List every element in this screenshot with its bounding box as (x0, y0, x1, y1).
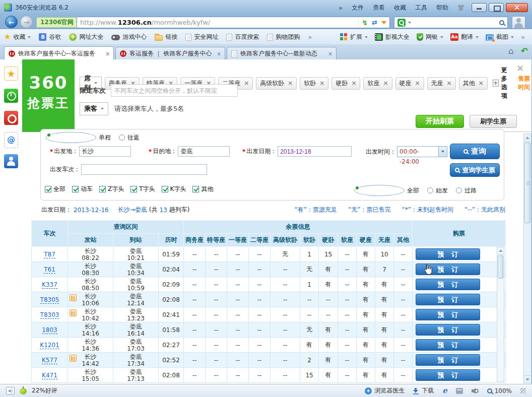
ie-mode-icon[interactable] (442, 387, 447, 394)
seat-filter-tag[interactable]: 软座× (363, 77, 392, 90)
date-input[interactable] (278, 146, 352, 157)
start-grab-button[interactable]: 开始刷票 (416, 115, 464, 128)
rating-label[interactable]: 22%好评 (32, 386, 57, 395)
search-icon[interactable] (499, 20, 504, 25)
rating-apple-icon[interactable] (20, 388, 27, 394)
media-sidebar-icon[interactable] (4, 111, 18, 125)
remove-tag-icon[interactable]: × (319, 80, 324, 87)
bookmarks-overflow-icon[interactable]: » (308, 33, 312, 41)
remove-tag-icon[interactable]: × (415, 80, 420, 87)
book-button[interactable]: 预 订 (416, 309, 480, 320)
checkbox-icon[interactable] (99, 186, 106, 192)
side-panel-toggle-icon[interactable] (6, 387, 15, 394)
home-icon[interactable]: ⌂ (508, 47, 514, 55)
radio-icon[interactable] (354, 185, 405, 196)
bookmark-item[interactable]: 收藏 (4, 33, 31, 41)
seat-filter-tag[interactable]: 其他× (459, 77, 488, 90)
book-button[interactable]: 预 订 (416, 279, 480, 290)
search-box[interactable] (394, 17, 508, 28)
bookmark-item[interactable]: 百度搜索 (226, 33, 259, 41)
trainno-input[interactable] (81, 164, 207, 175)
bookmark-item[interactable]: 安全网址 (185, 33, 218, 41)
search-input[interactable] (414, 19, 497, 26)
sale-time-link[interactable]: 售票时间 (518, 75, 532, 92)
seat-filter-tag[interactable]: 硬座× (395, 77, 424, 90)
radio-icon[interactable] (456, 187, 462, 193)
dropdown-chevron-icon[interactable] (381, 21, 386, 24)
menu-overflow-icon[interactable]: » (339, 4, 343, 12)
checkbox-icon[interactable] (192, 186, 199, 192)
window-mode-icon[interactable] (456, 388, 463, 394)
history-sidebar-icon[interactable] (4, 89, 18, 103)
student-query-button[interactable]: 查询学生票 (450, 163, 500, 177)
search-engine-icon[interactable] (397, 19, 406, 27)
tab-close-icon[interactable]: x (217, 50, 221, 57)
maximize-button[interactable] (489, 3, 504, 12)
route-type-radio[interactable]: 全部 (354, 185, 419, 196)
train-no-link[interactable]: T61 (44, 266, 55, 274)
skin-icon[interactable] (457, 5, 464, 11)
seat-filter-tag[interactable]: 无座× (427, 77, 456, 90)
train-no-link[interactable]: K337 (42, 281, 57, 289)
bookmark-item[interactable]: 谷歌 (39, 33, 61, 41)
scroll-up-icon[interactable] (497, 247, 504, 254)
train-type-checkbox[interactable]: 全部 (45, 185, 65, 193)
passenger-dropdown[interactable]: 乘客 (80, 102, 108, 115)
bookmark-item[interactable]: 链接 (155, 33, 177, 41)
remove-tag-icon[interactable]: × (383, 80, 388, 87)
minimize-button[interactable] (472, 3, 487, 12)
back-button[interactable]: ← (5, 16, 18, 28)
train-no-link[interactable]: K471 (42, 372, 57, 379)
book-button[interactable]: 预 订 (416, 263, 480, 275)
table-scrollbar[interactable] (497, 247, 504, 382)
extensions-overflow-icon[interactable]: » (521, 33, 525, 41)
remove-tag-icon[interactable]: × (351, 80, 356, 87)
browser-tab[interactable]: 铁路客户服务中心--客运服务x (4, 46, 114, 60)
checkbox-icon[interactable] (72, 186, 79, 192)
train-type-checkbox[interactable]: 其他 (192, 185, 213, 193)
extension-item[interactable]: 影视大全 (375, 33, 410, 41)
seat-filter-tag[interactable]: 软卧× (300, 77, 328, 90)
checkbox-icon[interactable] (162, 186, 168, 192)
from-input[interactable] (79, 146, 131, 157)
page-scrollbar[interactable] (523, 134, 531, 383)
radio-icon[interactable] (46, 132, 96, 143)
route-type-radio[interactable]: 过路 (456, 186, 477, 195)
menu-item[interactable]: 文件 (352, 4, 364, 12)
browser-tab[interactable]: 客运服务 ｜ 铁路客户服务中心x (115, 47, 225, 60)
menu-item[interactable]: 工具 (415, 4, 427, 12)
to-input[interactable] (178, 146, 230, 157)
checkbox-icon[interactable] (130, 186, 137, 192)
site-id-badge[interactable]: 12306官网 (36, 17, 83, 28)
speaker-icon[interactable] (472, 388, 479, 394)
trip-type-radio[interactable]: 往返 (119, 134, 140, 142)
more-options-button[interactable]: + 更多选项 (493, 66, 512, 100)
remove-tag-icon[interactable]: × (447, 80, 452, 87)
user-avatar[interactable] (512, 16, 525, 29)
favorites-sidebar-icon[interactable] (4, 67, 18, 81)
train-no-link[interactable]: K1201 (40, 342, 59, 349)
tab-close-icon[interactable]: x (106, 50, 109, 57)
book-button[interactable]: 预 订 (416, 324, 480, 336)
undo-close-tab-icon[interactable]: ↶ (521, 47, 528, 55)
forward-button[interactable]: → (20, 16, 33, 28)
train-no-link[interactable]: 1803 (42, 326, 57, 334)
speed-mode-icon[interactable]: ↯ (362, 19, 368, 26)
browser-tab[interactable]: 铁路客户服务中心--最新动态x (227, 47, 337, 60)
route-type-radio[interactable]: 始发 (427, 186, 448, 195)
checkbox-icon[interactable] (45, 186, 51, 192)
extension-item[interactable]: 翻译 (450, 33, 479, 41)
query-button[interactable]: 查询 (450, 144, 500, 159)
time-select[interactable]: 00:00--24:00 (397, 146, 447, 157)
address-bar[interactable]: http://www.12306.cn/mormhweb/kyfw/ ↯ ⇄ (77, 17, 390, 28)
plugin-close-icon[interactable]: × (516, 62, 524, 73)
book-button[interactable]: 预 订 (416, 248, 480, 260)
train-type-checkbox[interactable]: K字头 (162, 185, 186, 193)
train-type-checkbox[interactable]: T字头 (130, 185, 155, 193)
seat-filter-tag[interactable]: 硬卧× (331, 77, 360, 90)
scroll-up-icon[interactable] (524, 134, 531, 142)
grab-student-button[interactable]: 刷学生票 (470, 115, 517, 128)
seat-filter-tag[interactable]: 高级软卧× (256, 77, 297, 90)
menu-item[interactable]: 查看 (373, 4, 385, 12)
tab-close-icon[interactable]: x (328, 50, 332, 57)
